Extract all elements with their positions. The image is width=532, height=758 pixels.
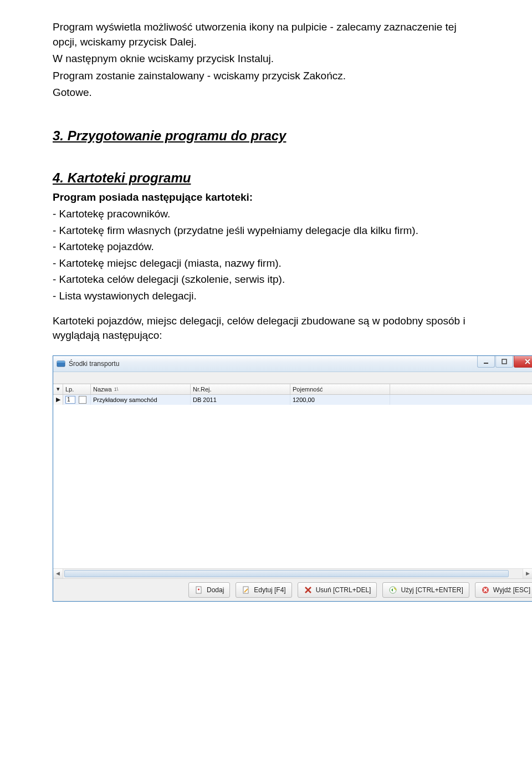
intro-line-3: Program zostanie zainstalowany - wciskam… (53, 69, 479, 84)
column-header-nrrej[interactable]: Nr.Rej. (191, 384, 290, 394)
usun-button[interactable]: Usuń [CTRL+DEL] (298, 582, 377, 598)
intro-text: Program wyświetla możliwość utworzenia i… (53, 20, 479, 100)
lp-input[interactable]: 1 (65, 396, 75, 404)
uzyj-button[interactable]: Użyj [CTRL+ENTER] (382, 582, 469, 598)
intro-line-4: Gotowe. (53, 85, 479, 100)
cell-nazwa[interactable]: Przykładowy samochód (91, 395, 191, 405)
delete-icon (304, 586, 313, 594)
sort-indicator-icon: 1\ (114, 386, 119, 392)
list-item: - Lista wystawionych delegacji. (53, 289, 479, 304)
kartoteki-list: - Kartotekę pracowników. - Kartotekę fir… (53, 207, 479, 304)
intro-line-2: W następnym oknie wciskamy przycisk Inst… (53, 52, 479, 67)
svg-rect-5 (243, 587, 248, 593)
data-grid[interactable]: ▾ Lp. Nazwa 1\ Nr.Rej. Pojemność ▶ 1 Prz… (53, 384, 532, 578)
exit-icon (481, 586, 490, 594)
button-bar: Dodaj Edytuj [F4] Usuń [CTRL+DEL] Użyj [… (53, 578, 532, 601)
maximize-button[interactable] (495, 356, 513, 368)
app-window: Środki transportu ▾ Lp. Nazwa (53, 355, 532, 602)
cell-nrrej[interactable]: DB 2011 (191, 395, 290, 405)
svg-rect-1 (57, 361, 65, 363)
svg-rect-3 (502, 359, 507, 364)
list-item: - Kartotekę pojazdów. (53, 240, 479, 255)
menu-strip (53, 372, 532, 384)
list-item: - Kartotekę firm własnych (przydatne jeś… (53, 223, 479, 238)
grid-header-menu-button[interactable]: ▾ (53, 384, 63, 394)
title-bar[interactable]: Środki transportu (53, 356, 532, 372)
add-document-icon (195, 586, 203, 594)
kartoteki-subheading: Program posiada następujące kartoteki: (53, 191, 479, 204)
table-row[interactable]: ▶ 1 Przykładowy samochód DB 2011 1200,00 (53, 395, 532, 405)
cell-spacer (390, 395, 532, 405)
wyjdz-button[interactable]: Wyjdź [ESC] (475, 582, 532, 598)
list-item: - Kartotekę pracowników. (53, 207, 479, 222)
row-indicator-icon: ▶ (53, 395, 63, 405)
section-4-heading: 4. Kartoteki programu (53, 170, 479, 186)
minimize-button[interactable] (477, 356, 495, 368)
intro-line-1: Program wyświetla możliwość utworzenia i… (53, 20, 479, 49)
use-arrow-icon (388, 586, 397, 594)
column-header-nazwa[interactable]: Nazwa 1\ (91, 384, 191, 394)
dodaj-button[interactable]: Dodaj (188, 582, 230, 598)
svg-rect-2 (484, 363, 488, 364)
edit-document-icon (242, 586, 250, 594)
row-checkbox[interactable] (79, 396, 86, 404)
scroll-thumb-horizontal[interactable] (64, 570, 509, 577)
cell-pojemnosc[interactable]: 1200,00 (290, 395, 390, 405)
section-3-heading: 3. Przygotowanie programu do pracy (53, 128, 479, 144)
edytuj-button[interactable]: Edytuj [F4] (236, 582, 291, 598)
window-title: Środki transportu (69, 360, 119, 368)
column-header-pojemnosc[interactable]: Pojemność (290, 384, 390, 394)
horizontal-scrollbar[interactable]: ◀ ▶ (53, 568, 532, 578)
list-item: - Kartotekę miejsc delegacji (miasta, na… (53, 256, 479, 271)
grid-header-row: ▾ Lp. Nazwa 1\ Nr.Rej. Pojemność (53, 384, 532, 395)
scroll-left-button[interactable]: ◀ (53, 569, 63, 578)
post-list-text: Kartoteki pojazdów, miejsc delegacji, ce… (53, 314, 479, 343)
column-header-lp[interactable]: Lp. (63, 384, 91, 394)
column-header-spacer (390, 384, 532, 394)
cell-lp[interactable]: 1 (63, 395, 91, 405)
app-icon (57, 359, 65, 368)
scroll-right-button[interactable]: ▶ (523, 569, 532, 578)
list-item: - Kartoteka celów delegacji (szkolenie, … (53, 272, 479, 287)
scroll-track-horizontal[interactable] (63, 569, 523, 578)
close-button[interactable] (514, 356, 532, 368)
